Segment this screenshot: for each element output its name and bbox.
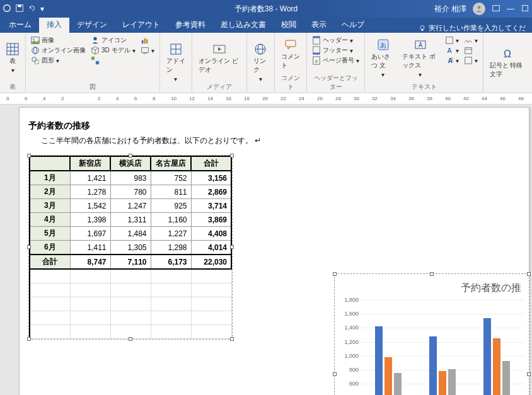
dropcap-icon: A — [445, 56, 454, 65]
shapes-icon — [31, 56, 40, 65]
svg-point-17 — [32, 57, 37, 62]
pictures-button[interactable]: 画像 — [30, 35, 87, 45]
svg-rect-43 — [446, 37, 453, 44]
svg-text:A: A — [447, 47, 452, 54]
tab-review[interactable]: 校閲 — [274, 17, 304, 33]
footer-button[interactable]: フッター ▾ — [311, 45, 361, 55]
ribbon-group-symbols: Ω記号と 特殊文字 — [483, 33, 532, 93]
ribbon-display-icon[interactable] — [492, 4, 500, 14]
ribbon: 表▾ 表 画像 オンライン画像 図形 ▾ アイコン 3D モデル ▾ ▾ 図 ア… — [0, 33, 532, 93]
tell-me-search[interactable]: 実行したい作業を入力してくだ — [419, 23, 532, 33]
svg-rect-4 — [493, 5, 500, 11]
link-icon — [254, 43, 267, 55]
bar — [502, 361, 510, 395]
header-button[interactable]: ヘッダー ▾ — [311, 35, 361, 45]
tab-view[interactable]: 表示 — [304, 17, 334, 33]
chart-button[interactable] — [139, 35, 156, 45]
footer-icon — [312, 46, 321, 55]
datetime-button[interactable] — [463, 45, 479, 55]
wordart-icon: A — [445, 46, 454, 55]
wordart-button[interactable]: A ▾ — [444, 45, 460, 55]
greeting-button[interactable]: ああいさつ 文▾ — [369, 35, 397, 81]
embedded-chart[interactable]: 予約者数の推 02004006008001,0001,2001,4001,600… — [334, 273, 529, 395]
ribbon-group-headerfooter: ヘッダー ▾ フッター ▾ #ページ番号 ▾ ヘッダーとフッター — [307, 33, 365, 93]
icons-button[interactable]: アイコン — [90, 35, 137, 45]
svg-point-15 — [32, 47, 39, 54]
table-header — [30, 156, 70, 171]
svg-point-3 — [478, 6, 481, 9]
table-row[interactable]: 1月1,4219837523,156 — [30, 171, 231, 185]
svg-rect-5 — [523, 5, 528, 11]
user-name[interactable]: 裕介 相澤 — [434, 4, 466, 14]
save-icon[interactable] — [15, 4, 24, 14]
tab-layout[interactable]: レイアウト — [115, 17, 168, 33]
heading[interactable]: 予約者数の推移 — [28, 120, 520, 132]
insert-table-button[interactable]: 表▾ — [4, 35, 21, 81]
chart-icon — [141, 36, 149, 45]
screenshot-button[interactable]: ▾ — [139, 45, 156, 55]
tab-design[interactable]: デザイン — [69, 17, 115, 33]
paragraph[interactable]: ここ半年間の各店舗における予約者数は、以下のとおりです。 ↵ — [41, 135, 520, 146]
table-row[interactable]: 5月1,6971,4841,2274,408 — [30, 227, 231, 241]
bar — [385, 357, 392, 395]
online-video-button[interactable]: オンライン ビデオ — [196, 35, 242, 81]
table-icon — [6, 43, 19, 55]
embedded-spreadsheet[interactable]: 新宿店横浜店名古屋店合計 1月1,4219837523,1562月1,27878… — [28, 155, 233, 340]
online-pictures-button[interactable]: オンライン画像 — [30, 45, 87, 55]
table-row[interactable]: 4月1,3981,3111,1603,869 — [30, 213, 231, 227]
table-row[interactable]: 3月1,5421,2479253,714 — [30, 199, 231, 213]
dropcap-button[interactable]: A ▾ — [444, 55, 460, 66]
bar — [429, 336, 437, 395]
page-number-button[interactable]: #ページ番号 ▾ — [311, 55, 361, 66]
svg-rect-50 — [465, 57, 471, 64]
signature-button[interactable]: ▾ — [463, 35, 479, 45]
link-button[interactable]: リンク▾ — [251, 35, 270, 90]
horizontal-ruler[interactable]: 8642246810121416182022242628303234363840… — [0, 93, 532, 105]
online-picture-icon — [31, 46, 40, 55]
chart-plot-area: 02004006008001,0001,2001,4001,6001,800 — [361, 300, 524, 395]
table-row[interactable]: 2月1,2787808112,869 — [30, 185, 231, 199]
textbox-icon: A — [414, 38, 427, 51]
autosave-icon[interactable] — [3, 4, 11, 14]
ribbon-group-text: ああいさつ 文▾ Aテキスト ボックス▾ ▾ A ▾ A ▾ ▾ ▾ テキスト — [365, 33, 483, 93]
tab-insert[interactable]: 挿入 — [39, 17, 69, 33]
svg-text:#: # — [315, 59, 318, 64]
textbox-button[interactable]: Aテキスト ボックス▾ — [400, 35, 441, 81]
table-header: 合計 — [191, 156, 231, 171]
shapes-button[interactable]: 図形 ▾ — [30, 55, 87, 66]
tab-references[interactable]: 参考資料 — [168, 17, 213, 33]
comment-button[interactable]: コメント — [279, 35, 303, 72]
pagenum-icon: # — [312, 56, 321, 65]
svg-rect-8 — [7, 43, 18, 55]
bar — [493, 338, 500, 395]
symbol-button[interactable]: Ω記号と 特殊文字 — [487, 35, 528, 90]
undo-icon[interactable] — [28, 4, 37, 14]
bar — [375, 326, 383, 395]
window-title: 予約者数38 - Word — [234, 4, 298, 14]
group-label-text: テキスト — [369, 81, 478, 93]
svg-rect-22 — [141, 40, 143, 43]
tab-mailings[interactable]: 差し込み文書 — [213, 17, 274, 33]
minimize-icon[interactable]: — — [507, 4, 514, 13]
addins-button[interactable]: アドイン▾ — [164, 35, 188, 90]
smartart-button[interactable] — [90, 55, 137, 66]
quickparts-button[interactable]: ▾ — [444, 35, 460, 45]
svg-rect-48 — [465, 48, 471, 54]
3d-models-button[interactable]: 3D モデル ▾ — [90, 45, 137, 55]
tab-help[interactable]: ヘルプ — [334, 17, 372, 33]
tab-home[interactable]: ホーム — [1, 17, 39, 33]
video-icon — [213, 43, 226, 55]
cube-icon — [91, 46, 100, 55]
customize-qat-icon[interactable]: ▾ — [40, 4, 44, 13]
quickparts-icon — [445, 36, 454, 45]
svg-rect-2 — [18, 4, 21, 7]
avatar[interactable] — [473, 3, 485, 15]
bar — [439, 371, 446, 395]
data-table[interactable]: 新宿店横浜店名古屋店合計 1月1,4219837523,1562月1,27878… — [29, 156, 232, 339]
svg-rect-36 — [313, 53, 320, 55]
table-row[interactable]: 6月1,4111,3051,2984,014 — [30, 241, 231, 255]
object-button[interactable]: ▾ — [463, 55, 479, 66]
maximize-icon[interactable] — [521, 4, 529, 14]
svg-point-6 — [420, 25, 424, 29]
group-label-media: メディア — [196, 81, 242, 93]
